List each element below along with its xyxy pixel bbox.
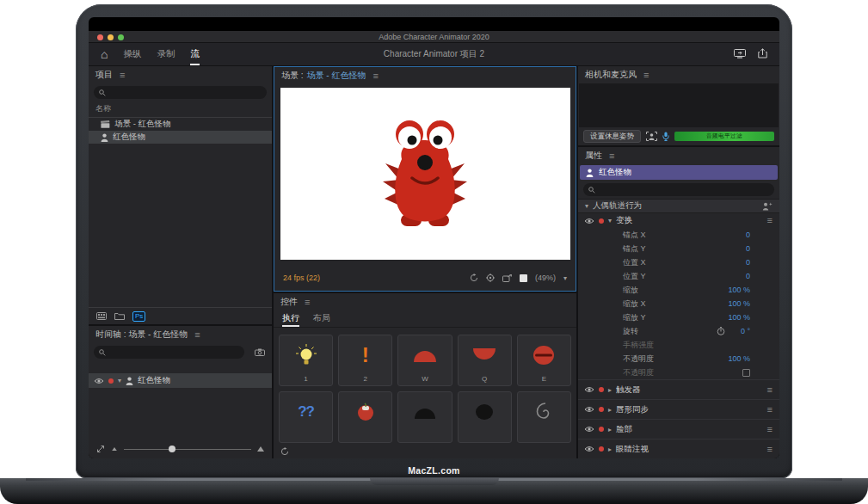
group-menu-icon[interactable]: ≡ [767,385,773,395]
trigger-tile[interactable] [397,391,452,443]
property-value[interactable]: 0 [746,230,750,239]
group-menu-icon[interactable]: ≡ [767,445,773,454]
trigger-tile[interactable]: W [397,335,452,386]
refresh-icon[interactable] [470,274,478,282]
arm-record-dot[interactable] [108,378,114,384]
property-value[interactable]: 0 [746,272,750,280]
home-icon[interactable]: ⌂ [101,48,108,60]
zoom-out-icon[interactable] [112,447,117,451]
panel-menu-icon[interactable]: ≡ [643,71,649,80]
trigger-tile[interactable] [458,391,512,443]
chevron-right-icon[interactable]: ▸ [608,386,612,394]
group-menu-icon[interactable]: ≡ [767,405,773,415]
property-value[interactable]: 0 [746,244,750,253]
tab-rig[interactable]: 操纵 [123,43,141,65]
project-item-scene[interactable]: 场景 - 红色怪物 [89,118,272,131]
chevron-right-icon[interactable]: ▸ [608,406,612,414]
zoom-level[interactable]: (49%) [535,274,556,282]
arm-record-dot[interactable] [599,218,604,224]
timeline-track-row[interactable]: ▾ 红色怪物 [89,373,272,388]
opacity-checkbox[interactable] [742,369,750,377]
tab-layout[interactable]: 布局 [313,310,330,327]
chevron-down-icon[interactable]: ▾ [563,274,567,282]
project-search[interactable] [94,86,267,99]
trigger-tile[interactable]: ! 2 [338,335,392,386]
minimize-window-button[interactable] [108,34,114,40]
properties-search-input[interactable] [599,186,769,194]
chevron-down-icon[interactable]: ▾ [608,217,612,224]
property-value[interactable]: 0 ° [741,327,750,335]
snapshot-camera-icon[interactable] [255,348,265,356]
trigger-tile[interactable]: E [517,335,571,386]
selected-puppet-bar[interactable]: 红色怪物 [580,165,778,180]
eye-icon[interactable] [584,446,594,452]
folder-icon[interactable] [114,312,125,320]
behavior-group-row[interactable]: ▸ 眼睛注视 ≡ [578,439,779,458]
trigger-tile[interactable]: Q [458,335,512,386]
stopwatch-icon[interactable] [717,327,725,335]
behavior-group-row[interactable]: ▸ 触发器 ≡ [578,379,779,399]
project-item-puppet[interactable]: 红色怪物 [89,131,272,144]
microphone-icon[interactable] [662,132,669,141]
group-menu-icon[interactable]: ≡ [767,425,773,434]
scene-canvas[interactable] [280,88,570,260]
trigger-tile[interactable]: ?? [279,391,333,443]
panel-menu-icon[interactable]: ≡ [194,330,200,340]
eye-icon[interactable] [584,426,594,433]
eye-icon[interactable] [584,406,594,413]
eye-icon[interactable] [584,218,594,224]
eye-icon[interactable] [94,378,104,384]
refresh-icon[interactable] [280,447,289,456]
property-value[interactable]: 100 % [728,313,750,322]
property-value[interactable]: 100 % [728,354,750,363]
screen-stream-icon[interactable] [734,46,746,62]
behavior-group-row[interactable]: ▸ 唇形同步 ≡ [578,399,779,419]
close-window-button[interactable] [97,34,103,40]
background-toggle-icon[interactable] [520,274,527,282]
behaviors-section-header[interactable]: ▾ 人偶轨道行为 [578,199,779,213]
panel-menu-icon[interactable]: ≡ [305,298,310,307]
tab-perform[interactable]: 执行 [282,310,299,327]
timeline-search[interactable] [94,346,244,359]
panel-menu-icon[interactable]: ≡ [609,151,614,161]
properties-search[interactable] [583,183,774,196]
behavior-group-row[interactable]: ▸ 脸部 ≡ [578,419,779,439]
property-value[interactable]: 100 % [728,286,750,294]
tab-record[interactable]: 录制 [157,43,175,65]
property-label: 缩放 Y [623,312,646,323]
tab-stream[interactable]: 流 [190,43,200,65]
timeline-zoom-slider[interactable] [124,449,251,450]
set-rest-pose-button[interactable]: 设置休息姿势 [583,130,641,143]
transform-group-header[interactable]: ▾ 变换 ≡ [578,213,779,228]
fit-expand-icon[interactable] [96,445,105,453]
trigger-tile[interactable] [338,391,392,443]
popout-icon[interactable] [502,274,512,282]
zoom-in-icon[interactable] [257,446,264,452]
share-export-icon[interactable] [758,46,767,62]
arm-record-dot[interactable] [599,407,604,412]
panel-menu-icon[interactable]: ≡ [120,71,125,80]
arm-record-dot[interactable] [599,387,604,392]
zoom-window-button[interactable] [118,34,124,40]
project-search-input[interactable] [109,89,262,97]
chevron-down-icon[interactable]: ▾ [585,202,588,210]
chevron-right-icon[interactable]: ▸ [608,446,612,453]
camera-tracking-icon[interactable] [646,132,657,141]
property-value[interactable]: 0 [746,258,750,267]
snap-target-icon[interactable] [486,274,495,282]
footage-icon[interactable] [96,312,107,320]
photoshop-icon[interactable]: Ps [132,311,145,322]
chevron-down-icon[interactable]: ▾ [118,377,121,384]
chevron-right-icon[interactable]: ▸ [608,426,612,433]
property-value[interactable]: 100 % [728,299,750,308]
group-menu-icon[interactable]: ≡ [767,216,773,225]
trigger-tile[interactable] [517,391,571,443]
add-behavior-icon[interactable] [762,202,773,211]
timeline-search-input[interactable] [109,348,239,357]
panel-menu-icon[interactable]: ≡ [372,71,378,81]
eye-icon[interactable] [584,386,594,393]
arm-record-dot[interactable] [599,446,604,452]
trigger-tile[interactable]: 1 [279,335,333,386]
arm-record-dot[interactable] [599,427,604,432]
slider-thumb[interactable] [169,446,175,452]
